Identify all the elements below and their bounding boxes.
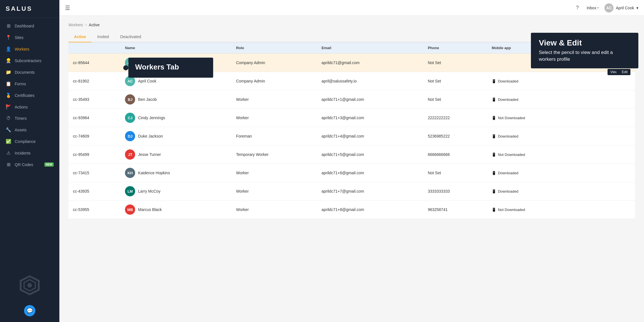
worker-mobile: 📱Not Downloaded xyxy=(487,145,574,164)
compliance-icon: ✅ xyxy=(6,139,11,144)
worker-email: aprildc71+6@gmail.com xyxy=(317,164,423,182)
sidebar-nav: ⊞ Dashboard 📍 Sites 👤 Workers 👷 Subcontr… xyxy=(0,18,59,274)
worker-phone: 3333333333 xyxy=(423,182,487,201)
worker-phone: Not Set xyxy=(423,90,487,109)
worker-phone: Not Set xyxy=(423,72,487,90)
mobile-icon: 📱 xyxy=(492,134,496,138)
sidebar-label-subcontractors: Subcontractors xyxy=(15,58,41,63)
sidebar-label-sites: Sites xyxy=(15,35,23,40)
dashboard-icon: ⊞ xyxy=(6,23,11,29)
inbox-button[interactable]: Inbox ▾ xyxy=(584,6,601,10)
table-row: cc-74609 DJ Duke Jackson Foreman aprildc… xyxy=(68,127,635,145)
phone-downloaded-icon: 📱 xyxy=(492,79,496,83)
sidebar-item-subcontractors[interactable]: 👷 Subcontractors xyxy=(0,55,59,66)
worker-name: Cindy Jennings xyxy=(138,116,165,120)
mobile-status-text: Not Downloaded xyxy=(498,153,525,157)
sidebar-label-certificates: Certificates xyxy=(15,93,34,98)
actions-col xyxy=(574,145,635,164)
main-area: ☰ ? Inbox ▾ AC April Cook ▾ Workers > Ac… xyxy=(59,0,644,322)
worker-role: Worker xyxy=(232,182,317,201)
sidebar-item-forms[interactable]: 📋 Forms xyxy=(0,78,59,90)
sidebar-label-assets: Assets xyxy=(15,128,27,132)
breadcrumb-current: Active xyxy=(89,23,100,27)
sidebar-label-forms: Forms xyxy=(15,82,26,86)
actions-col xyxy=(574,182,635,201)
worker-name: Kaidence Hopkins xyxy=(138,171,170,175)
sidebar-item-compliance[interactable]: ✅ Compliance xyxy=(0,136,59,147)
sidebar-item-sites[interactable]: 📍 Sites xyxy=(0,32,59,43)
sidebar: SALUS ⊞ Dashboard 📍 Sites 👤 Workers 👷 Su… xyxy=(0,0,59,322)
sidebar-bg-logo xyxy=(0,274,59,297)
avatar: KH xyxy=(125,168,135,178)
tab-active[interactable]: Active xyxy=(68,32,92,42)
mobile-status-text: Downloaded xyxy=(498,79,518,83)
worker-mobile: 📱Downloaded xyxy=(487,164,574,182)
phone-downloaded-icon: 📱 xyxy=(492,97,496,102)
worker-id: cc-73415 xyxy=(68,164,120,182)
mobile-icon: 📱 xyxy=(492,208,496,212)
sidebar-item-documents[interactable]: 📁 Documents xyxy=(0,66,59,78)
worker-name-cell: DJ Duke Jackson xyxy=(120,127,232,145)
topbar: ☰ ? Inbox ▾ AC April Cook ▾ xyxy=(59,0,644,16)
sidebar-label-incidents: Incidents xyxy=(15,151,31,155)
forms-icon: 📋 xyxy=(6,81,11,86)
worker-phone: 963258741 xyxy=(423,201,487,219)
sidebar-item-certificates[interactable]: 🏅 Certificates xyxy=(0,90,59,101)
table-row: cc-73415 KH Kaidence Hopkins Worker apri… xyxy=(68,164,635,182)
mobile-status-text: Downloaded xyxy=(498,171,518,175)
worker-email: aprildc71+5@gmail.com xyxy=(317,145,423,164)
sidebar-item-dashboard[interactable]: ⊞ Dashboard xyxy=(0,20,59,32)
tab-invited[interactable]: Invited xyxy=(92,32,114,42)
incidents-icon: ⚠ xyxy=(6,150,11,156)
sidebar-item-actions[interactable]: 🚩 Actions xyxy=(0,101,59,113)
sidebar-item-workers[interactable]: 👤 Workers xyxy=(0,43,59,55)
documents-icon: 📁 xyxy=(6,69,11,75)
worker-name: April Cook xyxy=(138,79,156,83)
worker-email: april@salussafety.io xyxy=(317,72,423,90)
worker-name-cell: CJ Cindy Jennings xyxy=(120,109,232,127)
ve-title: View & Edit xyxy=(539,38,630,47)
worker-role: Foreman xyxy=(232,127,317,145)
worker-id: cc-95499 xyxy=(68,145,120,164)
sidebar-item-assets[interactable]: 🔧 Assets xyxy=(0,124,59,136)
new-badge: NEW xyxy=(44,162,54,167)
worker-role: Worker xyxy=(232,109,317,127)
table-row: cc-35493 BJ Ben Jacob Worker aprildc71+1… xyxy=(68,90,635,109)
worker-mobile: 📱Not Downloaded xyxy=(487,201,574,219)
worker-email: aprildc71@gmail.com xyxy=(317,54,423,72)
user-menu[interactable]: AC April Cook ▾ xyxy=(604,3,638,12)
sidebar-item-incidents[interactable]: ⚠ Incidents xyxy=(0,147,59,159)
breadcrumb: Workers > Active xyxy=(68,23,635,27)
mobile-icon: 📱 xyxy=(492,153,496,157)
worker-mobile: 📱Downloaded xyxy=(487,182,574,201)
worker-email: aprildc71+1@gmail.com xyxy=(317,90,423,109)
actions-icon: 🚩 xyxy=(6,104,11,110)
chat-button[interactable]: 💬 xyxy=(24,305,35,316)
sidebar-label-dashboard: Dashboard xyxy=(15,24,34,28)
table-row: cc-43935 LM Larry McCoy Worker aprildc71… xyxy=(68,182,635,201)
app-logo: SALUS xyxy=(0,0,59,18)
hamburger-icon[interactable]: ☰ xyxy=(65,5,70,11)
worker-email: aprildc71+7@gmail.com xyxy=(317,182,423,201)
worker-role: Worker xyxy=(232,164,317,182)
qrcodes-icon: ⊞ xyxy=(6,162,11,167)
sidebar-item-qrcodes[interactable]: ⊞ QR Codes NEW xyxy=(0,159,59,170)
tab-deactivated[interactable]: Deactivated xyxy=(114,32,147,42)
col-email: Email xyxy=(317,42,423,54)
avatar: DJ xyxy=(125,131,135,141)
worker-phone: 2222222222 xyxy=(423,109,487,127)
worker-id: cc-93964 xyxy=(68,109,120,127)
assets-icon: 🔧 xyxy=(6,127,11,132)
mobile-status-text: Downloaded xyxy=(498,189,518,193)
help-icon[interactable]: ? xyxy=(574,5,581,11)
sidebar-label-compliance: Compliance xyxy=(15,139,36,144)
worker-phone: 5236985222 xyxy=(423,127,487,145)
ve-dot xyxy=(616,69,621,74)
sidebar-item-timers[interactable]: ⏱ Timers xyxy=(0,113,59,124)
worker-id: cc-35493 xyxy=(68,90,120,109)
breadcrumb-parent[interactable]: Workers xyxy=(68,23,83,27)
worker-name: Duke Jackson xyxy=(138,134,163,138)
breadcrumb-sep: > xyxy=(85,23,87,27)
worker-phone: Not Set xyxy=(423,164,487,182)
sidebar-label-documents: Documents xyxy=(15,70,35,75)
